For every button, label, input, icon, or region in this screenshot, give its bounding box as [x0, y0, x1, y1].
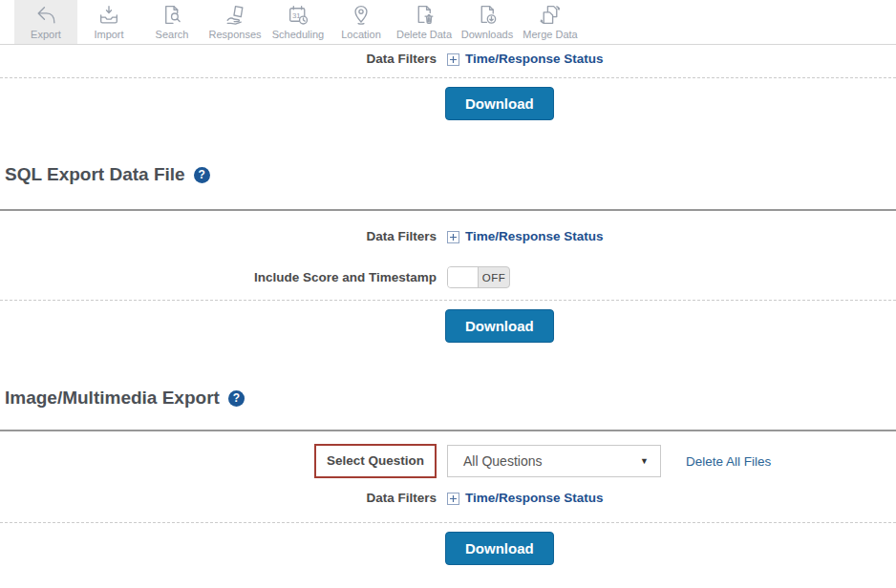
section-divider — [0, 209, 896, 211]
toolbar-item-label: Import — [77, 29, 140, 41]
toolbar-item-label: Scheduling — [267, 29, 330, 41]
merge-data-icon — [519, 3, 582, 29]
toolbar-item-label: Export — [14, 29, 77, 41]
toolbar-item-search[interactable]: Search — [140, 0, 203, 44]
section-divider — [0, 430, 896, 431]
time-response-status-label: Time/Response Status — [465, 489, 604, 508]
toolbar-item-label: Delete Data — [393, 29, 456, 41]
search-icon — [140, 3, 203, 29]
download-button[interactable]: Download — [445, 532, 554, 565]
download-button[interactable]: Download — [445, 309, 554, 343]
import-icon — [77, 3, 140, 29]
section-heading-sql-export: SQL Export Data File ? — [5, 163, 896, 186]
time-response-status-link[interactable]: Time/Response Status — [447, 227, 604, 246]
include-score-row: Include Score and Timestamp OFF — [0, 266, 896, 288]
toolbar-item-location[interactable]: Location — [330, 0, 393, 44]
export-icon — [14, 3, 77, 29]
dropdown-selected-value: All Questions — [463, 453, 542, 469]
toolbar-item-label: Downloads — [456, 29, 519, 41]
data-filters-row: Data Filters Time/Response Status — [0, 489, 896, 508]
plus-square-icon — [447, 53, 459, 66]
toggle-state-label: OFF — [479, 272, 509, 284]
include-score-label: Include Score and Timestamp — [0, 268, 437, 287]
select-question-row: Select Question All Questions ▼ Delete A… — [0, 444, 896, 478]
location-icon — [330, 3, 393, 29]
section-title: SQL Export Data File — [5, 163, 185, 186]
responses-icon — [203, 3, 267, 29]
toolbar-item-import[interactable]: Import — [77, 0, 140, 44]
toolbar-item-downloads[interactable]: Downloads — [456, 0, 519, 44]
toolbar-item-responses[interactable]: Responses — [203, 0, 267, 44]
time-response-status-link[interactable]: Time/Response Status — [447, 489, 604, 508]
scheduling-icon: 31 — [267, 3, 330, 29]
data-filters-label: Data Filters — [0, 227, 437, 246]
toolbar-item-label: Merge Data — [519, 29, 582, 41]
include-score-toggle[interactable]: OFF — [447, 266, 510, 288]
data-filters-label: Data Filters — [0, 50, 437, 69]
toolbar-item-export[interactable]: Export — [14, 0, 77, 44]
select-question-label-highlighted: Select Question — [314, 444, 437, 478]
toggle-knob — [448, 267, 479, 287]
delete-data-icon — [393, 3, 456, 29]
data-filters-row: Data Filters Time/Response Status — [0, 227, 896, 246]
data-filters-row: Data Filters Time/Response Status — [0, 50, 896, 69]
plus-square-icon — [447, 493, 459, 505]
dashed-divider — [0, 522, 896, 523]
toolbar: Export Import Search — [0, 0, 896, 45]
help-icon[interactable]: ? — [194, 167, 210, 183]
section-title: Image/Multimedia Export — [5, 387, 220, 410]
dashed-divider — [0, 77, 896, 78]
toolbar-item-merge-data[interactable]: Merge Data — [519, 0, 582, 44]
toolbar-item-label: Search — [140, 29, 203, 41]
time-response-status-link[interactable]: Time/Response Status — [447, 50, 604, 69]
caret-down-icon: ▼ — [640, 456, 649, 466]
toolbar-item-label: Location — [330, 29, 393, 41]
plus-square-icon — [447, 231, 459, 243]
toolbar-item-label: Responses — [203, 29, 267, 41]
delete-all-files-link[interactable]: Delete All Files — [686, 454, 771, 469]
toolbar-item-scheduling[interactable]: 31 Scheduling — [267, 0, 330, 44]
time-response-status-label: Time/Response Status — [465, 227, 604, 246]
downloads-icon — [456, 3, 519, 29]
download-button[interactable]: Download — [445, 87, 554, 120]
help-icon[interactable]: ? — [228, 390, 245, 407]
section-heading-multimedia-export: Image/Multimedia Export ? — [5, 387, 896, 410]
question-select-dropdown[interactable]: All Questions ▼ — [447, 445, 661, 477]
data-filters-label: Data Filters — [0, 489, 437, 508]
time-response-status-label: Time/Response Status — [465, 50, 604, 69]
toolbar-item-delete-data[interactable]: Delete Data — [393, 0, 456, 44]
dashed-divider — [0, 300, 896, 301]
